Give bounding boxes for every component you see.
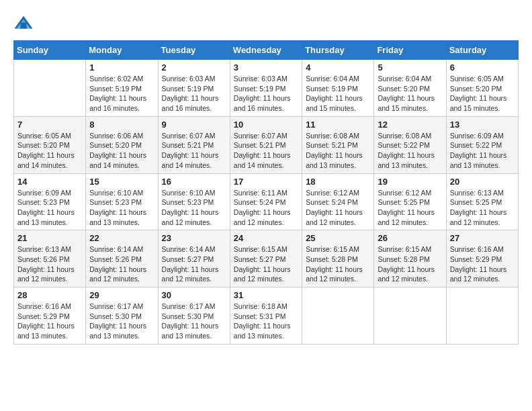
calendar-cell: 16 Sunrise: 6:10 AMSunset: 5:23 PMDaylig… bbox=[158, 173, 230, 230]
day-info: Sunrise: 6:13 AMSunset: 5:25 PMDaylight:… bbox=[450, 189, 507, 226]
calendar-cell: 17 Sunrise: 6:11 AMSunset: 5:24 PMDaylig… bbox=[230, 173, 302, 230]
day-number: 4 bbox=[306, 62, 370, 73]
day-number: 15 bbox=[89, 177, 154, 187]
day-number: 6 bbox=[450, 62, 515, 73]
calendar-cell bbox=[14, 60, 86, 117]
day-info: Sunrise: 6:10 AMSunset: 5:23 PMDaylight:… bbox=[89, 189, 146, 226]
calendar-cell bbox=[374, 287, 446, 345]
day-number: 16 bbox=[162, 177, 226, 187]
calendar-cell: 21 Sunrise: 6:13 AMSunset: 5:26 PMDaylig… bbox=[14, 230, 86, 287]
calendar-cell: 28 Sunrise: 6:16 AMSunset: 5:29 PMDaylig… bbox=[14, 287, 86, 345]
day-info: Sunrise: 6:14 AMSunset: 5:27 PMDaylight:… bbox=[162, 245, 219, 283]
day-info: Sunrise: 6:15 AMSunset: 5:27 PMDaylight:… bbox=[234, 245, 291, 283]
calendar-cell: 9 Sunrise: 6:07 AMSunset: 5:21 PMDayligh… bbox=[158, 116, 230, 173]
day-number: 21 bbox=[17, 233, 82, 243]
calendar-week-row: 7 Sunrise: 6:05 AMSunset: 5:20 PMDayligh… bbox=[14, 116, 519, 173]
day-info: Sunrise: 6:08 AMSunset: 5:21 PMDaylight:… bbox=[306, 132, 363, 169]
calendar-cell: 4 Sunrise: 6:04 AMSunset: 5:19 PMDayligh… bbox=[302, 60, 374, 117]
day-number: 7 bbox=[17, 120, 82, 130]
day-info: Sunrise: 6:17 AMSunset: 5:30 PMDaylight:… bbox=[89, 302, 146, 340]
day-number: 29 bbox=[89, 290, 154, 300]
day-info: Sunrise: 6:16 AMSunset: 5:29 PMDaylight:… bbox=[17, 302, 75, 340]
calendar-header-friday: Friday bbox=[374, 41, 446, 60]
calendar-cell: 19 Sunrise: 6:12 AMSunset: 5:25 PMDaylig… bbox=[374, 173, 446, 230]
day-info: Sunrise: 6:06 AMSunset: 5:20 PMDaylight:… bbox=[89, 132, 146, 169]
day-number: 2 bbox=[162, 62, 226, 73]
day-info: Sunrise: 6:18 AMSunset: 5:31 PMDaylight:… bbox=[234, 302, 291, 340]
page-header bbox=[13, 13, 519, 34]
day-number: 1 bbox=[89, 62, 154, 73]
calendar-header-wednesday: Wednesday bbox=[230, 41, 302, 60]
day-info: Sunrise: 6:04 AMSunset: 5:20 PMDaylight:… bbox=[378, 75, 435, 112]
calendar-cell: 20 Sunrise: 6:13 AMSunset: 5:25 PMDaylig… bbox=[446, 173, 518, 230]
calendar-week-row: 28 Sunrise: 6:16 AMSunset: 5:29 PMDaylig… bbox=[14, 287, 519, 345]
day-info: Sunrise: 6:10 AMSunset: 5:23 PMDaylight:… bbox=[162, 189, 219, 226]
calendar-cell: 25 Sunrise: 6:15 AMSunset: 5:28 PMDaylig… bbox=[302, 230, 374, 287]
day-info: Sunrise: 6:17 AMSunset: 5:30 PMDaylight:… bbox=[162, 302, 219, 340]
calendar-cell: 31 Sunrise: 6:18 AMSunset: 5:31 PMDaylig… bbox=[230, 287, 302, 345]
calendar-cell: 13 Sunrise: 6:09 AMSunset: 5:22 PMDaylig… bbox=[446, 116, 518, 173]
calendar-cell: 15 Sunrise: 6:10 AMSunset: 5:23 PMDaylig… bbox=[86, 173, 158, 230]
calendar-cell: 30 Sunrise: 6:17 AMSunset: 5:30 PMDaylig… bbox=[158, 287, 230, 345]
day-info: Sunrise: 6:07 AMSunset: 5:21 PMDaylight:… bbox=[234, 132, 291, 169]
day-number: 20 bbox=[450, 177, 515, 187]
calendar-cell: 23 Sunrise: 6:14 AMSunset: 5:27 PMDaylig… bbox=[158, 230, 230, 287]
calendar-header-sunday: Sunday bbox=[14, 41, 86, 60]
calendar-cell: 3 Sunrise: 6:03 AMSunset: 5:19 PMDayligh… bbox=[230, 60, 302, 117]
calendar-header-tuesday: Tuesday bbox=[158, 41, 230, 60]
day-info: Sunrise: 6:12 AMSunset: 5:25 PMDaylight:… bbox=[378, 189, 435, 226]
day-number: 14 bbox=[17, 177, 82, 187]
calendar-cell: 22 Sunrise: 6:14 AMSunset: 5:26 PMDaylig… bbox=[86, 230, 158, 287]
calendar-week-row: 14 Sunrise: 6:09 AMSunset: 5:23 PMDaylig… bbox=[14, 173, 519, 230]
day-number: 10 bbox=[234, 120, 298, 130]
calendar-cell: 6 Sunrise: 6:05 AMSunset: 5:20 PMDayligh… bbox=[446, 60, 518, 117]
day-info: Sunrise: 6:16 AMSunset: 5:29 PMDaylight:… bbox=[450, 245, 507, 283]
calendar-week-row: 21 Sunrise: 6:13 AMSunset: 5:26 PMDaylig… bbox=[14, 230, 519, 287]
day-number: 3 bbox=[234, 62, 298, 73]
calendar-table: SundayMondayTuesdayWednesdayThursdayFrid… bbox=[13, 40, 519, 345]
calendar-header-monday: Monday bbox=[86, 41, 158, 60]
calendar-cell: 2 Sunrise: 6:03 AMSunset: 5:19 PMDayligh… bbox=[158, 60, 230, 117]
day-number: 19 bbox=[378, 177, 442, 187]
day-info: Sunrise: 6:05 AMSunset: 5:20 PMDaylight:… bbox=[17, 132, 75, 169]
day-info: Sunrise: 6:03 AMSunset: 5:19 PMDaylight:… bbox=[234, 75, 291, 112]
calendar-cell: 18 Sunrise: 6:12 AMSunset: 5:24 PMDaylig… bbox=[302, 173, 374, 230]
calendar-cell: 1 Sunrise: 6:02 AMSunset: 5:19 PMDayligh… bbox=[86, 60, 158, 117]
day-info: Sunrise: 6:11 AMSunset: 5:24 PMDaylight:… bbox=[234, 189, 291, 226]
calendar-cell: 27 Sunrise: 6:16 AMSunset: 5:29 PMDaylig… bbox=[446, 230, 518, 287]
day-info: Sunrise: 6:14 AMSunset: 5:26 PMDaylight:… bbox=[89, 245, 146, 283]
day-info: Sunrise: 6:05 AMSunset: 5:20 PMDaylight:… bbox=[450, 75, 507, 112]
day-number: 5 bbox=[378, 62, 442, 73]
day-info: Sunrise: 6:15 AMSunset: 5:28 PMDaylight:… bbox=[378, 245, 435, 283]
day-info: Sunrise: 6:07 AMSunset: 5:21 PMDaylight:… bbox=[162, 132, 219, 169]
day-info: Sunrise: 6:02 AMSunset: 5:19 PMDaylight:… bbox=[89, 75, 146, 112]
day-number: 30 bbox=[162, 290, 226, 300]
logo-icon bbox=[13, 13, 34, 34]
calendar-cell bbox=[302, 287, 374, 345]
calendar-cell: 12 Sunrise: 6:08 AMSunset: 5:22 PMDaylig… bbox=[374, 116, 446, 173]
calendar-cell: 11 Sunrise: 6:08 AMSunset: 5:21 PMDaylig… bbox=[302, 116, 374, 173]
day-number: 18 bbox=[306, 177, 370, 187]
day-info: Sunrise: 6:15 AMSunset: 5:28 PMDaylight:… bbox=[306, 245, 363, 283]
day-number: 26 bbox=[378, 233, 442, 243]
calendar-week-row: 1 Sunrise: 6:02 AMSunset: 5:19 PMDayligh… bbox=[14, 60, 519, 117]
logo bbox=[13, 13, 36, 34]
svg-rect-2 bbox=[21, 23, 27, 29]
calendar-cell: 7 Sunrise: 6:05 AMSunset: 5:20 PMDayligh… bbox=[14, 116, 86, 173]
calendar-cell: 10 Sunrise: 6:07 AMSunset: 5:21 PMDaylig… bbox=[230, 116, 302, 173]
calendar-header-saturday: Saturday bbox=[446, 41, 518, 60]
day-info: Sunrise: 6:08 AMSunset: 5:22 PMDaylight:… bbox=[378, 132, 435, 169]
day-info: Sunrise: 6:13 AMSunset: 5:26 PMDaylight:… bbox=[17, 245, 75, 283]
calendar-cell: 26 Sunrise: 6:15 AMSunset: 5:28 PMDaylig… bbox=[374, 230, 446, 287]
day-number: 8 bbox=[89, 120, 154, 130]
calendar-cell bbox=[446, 287, 518, 345]
day-number: 9 bbox=[162, 120, 226, 130]
calendar-header-thursday: Thursday bbox=[302, 41, 374, 60]
day-number: 17 bbox=[234, 177, 298, 187]
day-info: Sunrise: 6:12 AMSunset: 5:24 PMDaylight:… bbox=[306, 189, 363, 226]
day-number: 23 bbox=[162, 233, 226, 243]
day-number: 22 bbox=[89, 233, 154, 243]
day-info: Sunrise: 6:09 AMSunset: 5:22 PMDaylight:… bbox=[450, 132, 507, 169]
day-number: 11 bbox=[306, 120, 370, 130]
day-number: 13 bbox=[450, 120, 515, 130]
